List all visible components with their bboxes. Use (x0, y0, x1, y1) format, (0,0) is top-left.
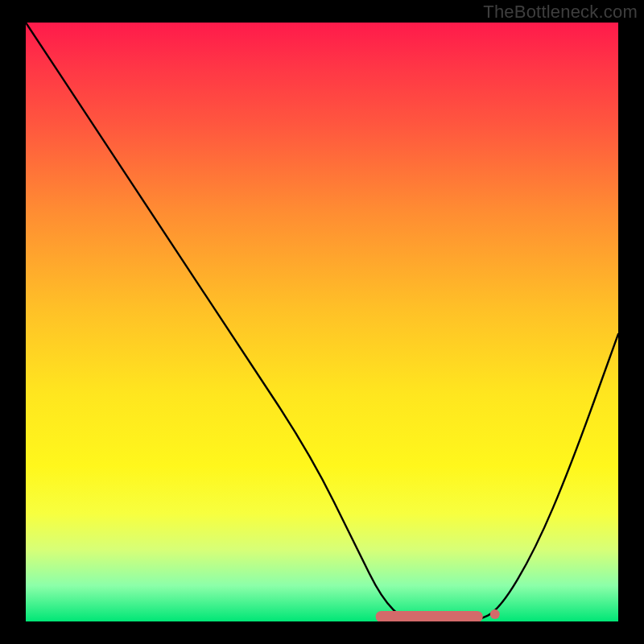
plot-area (26, 23, 618, 621)
watermark-text: TheBottleneck.com (483, 2, 638, 23)
bottleneck-curve-svg (26, 23, 618, 621)
chart-frame: TheBottleneck.com (0, 0, 644, 644)
flat-region-markers (382, 609, 500, 619)
bottleneck-curve-path (26, 23, 618, 621)
flat-region-end-dot (490, 609, 500, 619)
